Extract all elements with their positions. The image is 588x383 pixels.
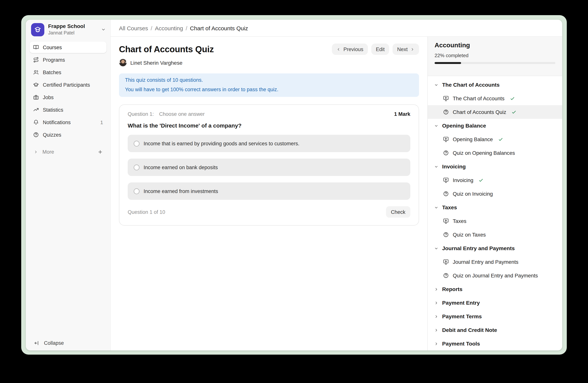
outline-item[interactable]: Invoicing [428, 173, 562, 187]
outline-item[interactable]: Quiz on Journal Entry and Payments [428, 269, 562, 282]
outline-section[interactable]: Journal Entry and Payments [428, 241, 562, 255]
outline-section[interactable]: Reports [428, 282, 562, 296]
breadcrumb-bar: All Courses / Accounting / Chart of Acco… [111, 20, 562, 37]
sidebar-item-label: Certified Participants [43, 82, 90, 88]
sidebar-item-programs[interactable]: Programs [30, 54, 106, 65]
collapse-label: Collapse [44, 340, 64, 346]
outline-item-label: The Chart of Accounts [453, 96, 504, 101]
outline-item[interactable]: Quiz on Invoicing [428, 187, 562, 201]
chevron-down-icon [434, 246, 438, 250]
outline-section[interactable]: Debit and Credit Note [428, 323, 562, 337]
sidebar-nav: Courses Programs Batches Certified Parti… [26, 42, 110, 140]
outline-item[interactable]: Quiz on Taxes [428, 228, 562, 241]
breadcrumb-separator: / [151, 25, 152, 31]
page-title: Chart of Accounts Quiz [119, 44, 214, 54]
outline-item-label: Journal Entry and Payments [453, 259, 519, 265]
breadcrumb-accounting[interactable]: Accounting [155, 25, 183, 31]
outline-section[interactable]: Payment Entry [428, 296, 562, 309]
course-completed-label: 22% completed [435, 53, 555, 58]
window-frame: Frappe School Jannat Patel Courses Progr… [21, 15, 567, 355]
chevron-right-icon [434, 287, 438, 291]
outline-section-label: Payment Entry [442, 300, 480, 306]
next-button[interactable]: Next [393, 43, 419, 55]
outline-section-label: Payment Tools [442, 341, 480, 347]
route-icon [33, 57, 39, 63]
outline-item[interactable]: Journal Entry and Payments [428, 255, 562, 269]
collapse-icon [34, 340, 40, 346]
radio-button[interactable] [134, 164, 139, 170]
check-icon [479, 178, 484, 183]
sidebar-collapse-button[interactable]: Collapse [34, 340, 64, 346]
workspace-switcher[interactable]: Frappe School Jannat Patel [26, 20, 110, 38]
author-name: Linet Sherin Varghese [130, 60, 182, 66]
check-icon [510, 96, 515, 101]
workspace-title: Frappe School [48, 23, 101, 30]
sidebar-item-notifications[interactable]: Notifications 1 [30, 116, 106, 128]
radio-button[interactable] [134, 188, 139, 194]
sidebar-item-courses[interactable]: Courses [30, 42, 106, 53]
answer-option[interactable]: Income earned from investments [128, 182, 410, 200]
breadcrumb-separator: / [186, 25, 187, 31]
frappe-school-logo [31, 23, 44, 36]
question-progress: Question 1 of 10 [128, 209, 165, 215]
sidebar-item-certified-participants[interactable]: Certified Participants [30, 79, 106, 91]
chevron-down-icon [434, 205, 438, 210]
chevron-right-icon [434, 301, 438, 305]
outline-section-label: Taxes [442, 204, 457, 211]
help-circle-icon [443, 191, 449, 197]
previous-button[interactable]: Previous [332, 43, 368, 55]
sidebar-item-batches[interactable]: Batches [30, 67, 106, 78]
outline-item-label: Chart of Accounts Quiz [453, 109, 506, 115]
outline-item[interactable]: Opening Balance [428, 133, 562, 146]
outline-section[interactable]: Opening Balance [428, 119, 562, 133]
chevron-right-icon [434, 314, 438, 319]
help-circle-icon [443, 232, 449, 238]
avatar [119, 59, 127, 67]
outline-section-label: Invoicing [442, 164, 466, 170]
outline-section[interactable]: Invoicing [428, 160, 562, 173]
app-window: Frappe School Jannat Patel Courses Progr… [26, 20, 562, 350]
edit-button[interactable]: Edit [371, 43, 389, 55]
course-progress-bar [435, 62, 555, 64]
outline-section[interactable]: Payment Terms [428, 309, 562, 323]
outline-item[interactable]: Chart of Accounts Quiz [428, 105, 562, 119]
sidebar-item-statistics[interactable]: Statistics [30, 104, 106, 115]
banner-line-2: You will have to get 100% correct answer… [125, 86, 413, 93]
outline-item-label: Taxes [453, 218, 466, 224]
outline-section[interactable]: Taxes [428, 201, 562, 214]
book-open-icon [33, 44, 39, 50]
answer-option[interactable]: Income earned on bank deposits [128, 159, 410, 176]
sidebar-item-quizzes[interactable]: Quizzes [30, 129, 106, 140]
sidebar-item-label: Statistics [43, 107, 63, 113]
sidebar-more[interactable]: More [26, 147, 110, 157]
answer-option[interactable]: Income that is earned by providing goods… [128, 135, 410, 152]
outline-item[interactable]: The Chart of Accounts [428, 92, 562, 105]
outline-section[interactable]: The Chart of Accounts [428, 78, 562, 92]
question-marks: 1 Mark [394, 111, 410, 117]
trending-up-icon [33, 107, 39, 113]
answer-option-label: Income that is earned by providing goods… [144, 141, 299, 146]
chevron-left-icon [337, 47, 341, 51]
users-icon [33, 69, 39, 75]
main-content: Chart of Accounts Quiz Previous Edit [111, 37, 427, 350]
answer-option-label: Income earned on bank deposits [144, 164, 218, 170]
sidebar-item-label: Jobs [43, 95, 54, 100]
outline-item[interactable]: Taxes [428, 214, 562, 228]
outline-item[interactable]: Quiz on Opening Balances [428, 146, 562, 160]
help-circle-icon [443, 150, 449, 156]
graduation-cap-icon [33, 82, 39, 88]
monitor-play-icon [443, 218, 449, 224]
check-button[interactable]: Check [386, 206, 410, 218]
help-circle-icon [443, 272, 449, 279]
sidebar-item-jobs[interactable]: Jobs [30, 92, 106, 103]
plus-icon[interactable] [97, 149, 103, 154]
breadcrumb-all-courses[interactable]: All Courses [119, 25, 148, 31]
check-icon [511, 110, 516, 115]
outline-section[interactable]: Payment Tools [428, 337, 562, 350]
outline-item-label: Invoicing [453, 177, 473, 183]
desktop-background: Frappe School Jannat Patel Courses Progr… [0, 0, 588, 383]
chevron-down-icon [101, 26, 106, 33]
sidebar-item-label: Programs [43, 57, 65, 63]
radio-button[interactable] [134, 141, 139, 146]
quiz-info-banner: This quiz consists of 10 questions. You … [119, 74, 419, 97]
